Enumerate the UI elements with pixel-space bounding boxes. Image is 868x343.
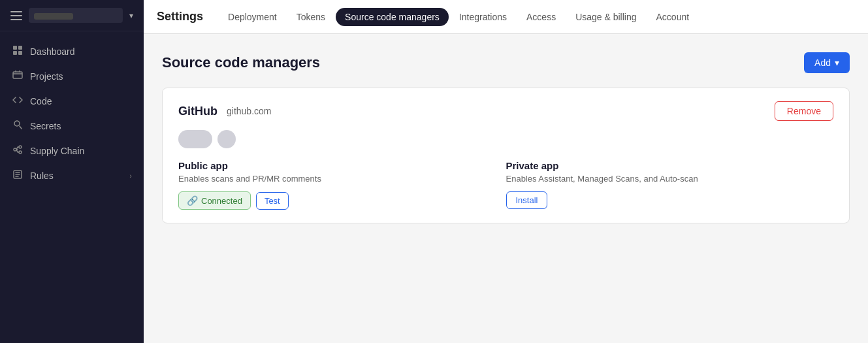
avatar-row [178,130,833,148]
svg-rect-1 [18,46,22,50]
topbar-nav: Deployment Tokens Source code managers I… [219,8,698,26]
page-title: Source code managers [162,54,320,71]
sidebar-item-secrets[interactable]: Secrets [0,114,144,139]
dashboard-icon [12,45,24,58]
add-button[interactable]: Add ▾ [804,52,850,73]
sidebar-item-rules-label: Rules [30,171,123,181]
avatar-placeholder-2 [217,130,236,148]
settings-title: Settings [157,10,203,24]
add-chevron-icon: ▾ [835,57,839,68]
sidebar-item-code-label: Code [30,96,132,106]
private-app-description: Enables Assistant, Managed Scans, and Au… [506,174,834,184]
sidebar-item-secrets-label: Secrets [30,121,132,131]
page-content: Source code managers Add ▾ GitHub github… [144,34,868,343]
public-app-col: Public app Enables scans and PR/MR comme… [178,160,506,210]
code-icon [12,95,24,108]
tab-access[interactable]: Access [517,8,565,26]
private-app-col: Private app Enables Assistant, Managed S… [506,160,834,210]
card-title-row: GitHub github.com [178,105,271,118]
svg-rect-0 [13,46,17,50]
sidebar-item-projects-label: Projects [30,71,132,82]
public-app-description: Enables scans and PR/MR comments [178,174,506,184]
sidebar-item-code[interactable]: Code [0,89,144,114]
sidebar-item-supply-chain[interactable]: Supply Chain [0,139,144,163]
sidebar-item-projects[interactable]: Projects [0,64,144,89]
connected-label: Connected [201,196,242,206]
connected-button[interactable]: 🔗 Connected [178,191,251,210]
public-app-actions: 🔗 Connected Test [178,191,506,210]
card-header: GitHub github.com Remove [178,101,833,121]
tab-usage-billing[interactable]: Usage & billing [566,8,645,26]
svg-rect-2 [13,51,17,55]
supply-chain-icon [12,144,24,157]
provider-name: GitHub [178,105,217,118]
sidebar-item-rules[interactable]: Rules › [0,163,144,188]
remove-button[interactable]: Remove [775,101,833,121]
svg-rect-3 [18,51,22,55]
github-card: GitHub github.com Remove Public app Enab… [162,88,850,223]
tab-tokens[interactable]: Tokens [287,8,334,26]
private-app-title: Private app [506,160,834,171]
rules-icon [12,169,24,182]
app-columns: Public app Enables scans and PR/MR comme… [178,160,833,210]
sidebar: ▾ Dashboard Projects Code Secrets [0,0,144,343]
tab-integrations[interactable]: Integrations [450,8,516,26]
sidebar-nav: Dashboard Projects Code Secrets Supply C… [0,31,144,343]
tab-deployment[interactable]: Deployment [219,8,286,26]
private-app-actions: Install [506,191,834,209]
main-content: Settings Deployment Tokens Source code m… [144,0,868,343]
provider-url: github.com [227,106,271,116]
link-icon: 🔗 [187,195,198,206]
tab-account[interactable]: Account [647,8,699,26]
sidebar-item-dashboard[interactable]: Dashboard [0,39,144,64]
tab-source-code-managers[interactable]: Source code managers [336,8,449,26]
avatar-placeholder-1 [178,130,212,148]
hamburger-menu[interactable] [10,11,22,20]
svg-rect-4 [13,72,22,78]
sidebar-item-supply-chain-label: Supply Chain [30,146,132,156]
secrets-icon [12,120,24,133]
org-selector[interactable] [29,8,123,23]
page-header: Source code managers Add ▾ [162,52,850,73]
topbar: Settings Deployment Tokens Source code m… [144,0,868,34]
install-button[interactable]: Install [506,191,548,209]
rules-chevron-icon: › [129,172,132,180]
public-app-title: Public app [178,160,506,171]
projects-icon [12,70,24,83]
org-chevron-icon[interactable]: ▾ [129,11,133,20]
add-button-label: Add [814,57,831,68]
sidebar-item-dashboard-label: Dashboard [30,46,132,57]
sidebar-header: ▾ [0,0,144,31]
svg-point-5 [14,121,20,126]
test-button[interactable]: Test [256,192,289,210]
